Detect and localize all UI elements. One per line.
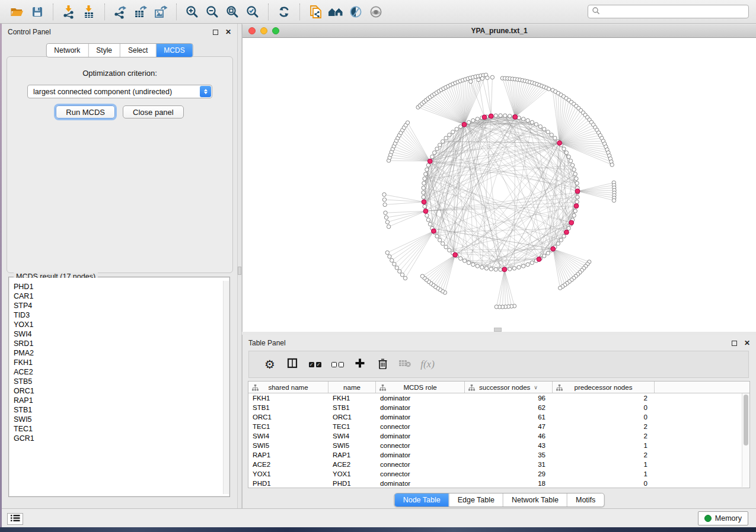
cell-predecessor-nodes[interactable]: 0	[553, 414, 655, 421]
zoom-selected-button[interactable]	[243, 2, 263, 21]
column-header-successor-nodes[interactable]: successor nodes∨	[465, 382, 553, 393]
mcds-result-item[interactable]: STB5	[9, 377, 229, 386]
cell-shared-name[interactable]: PHD1	[248, 480, 328, 487]
network-titlebar[interactable]: YPA_prune.txt_1	[243, 24, 756, 38]
add-column-button[interactable]	[349, 354, 371, 374]
mcds-result-list[interactable]: PHD1CAR1STP4TID3YOX1SWI4SRD1PMA2FKH1ACE2…	[9, 278, 229, 496]
export-image-button[interactable]	[151, 2, 171, 21]
save-session-button[interactable]	[27, 2, 47, 21]
cell-mcds-role[interactable]: connector	[376, 470, 465, 477]
mcds-result-item[interactable]: CAR1	[9, 291, 229, 301]
delete-column-button[interactable]	[371, 354, 394, 374]
cell-mcds-role[interactable]: dominator	[376, 395, 465, 402]
mcds-result-item[interactable]: GCR1	[9, 434, 229, 443]
cell-predecessor-nodes[interactable]: 0	[553, 480, 655, 487]
cell-predecessor-nodes[interactable]: 2	[553, 423, 655, 430]
deselect-all-button[interactable]	[326, 354, 349, 374]
mcds-result-item[interactable]: PMA2	[9, 348, 229, 358]
split-columns-button[interactable]	[281, 354, 304, 374]
cell-successor-nodes[interactable]: 47	[465, 423, 553, 430]
criterion-dropdown[interactable]: largest connected component (undirected)	[27, 85, 212, 98]
delete-table-button[interactable]	[394, 354, 416, 374]
cell-shared-name[interactable]: RAP1	[248, 451, 328, 459]
close-window-icon[interactable]	[248, 27, 256, 34]
import-table-button[interactable]	[79, 2, 99, 21]
tab-motifs[interactable]: Motifs	[567, 493, 604, 507]
table-row[interactable]: ACE2ACE2connector311	[248, 460, 749, 469]
zoom-out-button[interactable]	[202, 2, 222, 21]
cell-mcds-role[interactable]: dominator	[376, 414, 465, 421]
cell-name[interactable]: FKH1	[328, 395, 376, 402]
cell-name[interactable]: ACE2	[328, 461, 376, 468]
minimize-window-icon[interactable]	[260, 27, 267, 34]
cell-name[interactable]: SWI4	[328, 432, 376, 440]
cell-mcds-role[interactable]: connector	[376, 461, 465, 468]
cell-predecessor-nodes[interactable]: 2	[553, 451, 655, 459]
cell-shared-name[interactable]: STB1	[248, 404, 328, 411]
cell-shared-name[interactable]: TEC1	[248, 423, 328, 430]
first-neighbors-button[interactable]	[326, 2, 346, 21]
mcds-result-item[interactable]: FKH1	[9, 358, 229, 367]
cell-predecessor-nodes[interactable]: 0	[553, 404, 655, 411]
float-table-panel-icon[interactable]	[732, 341, 737, 346]
hide-selected-button[interactable]	[346, 2, 366, 21]
export-table-button[interactable]	[130, 2, 151, 21]
network-graph[interactable]	[243, 38, 755, 332]
cell-mcds-role[interactable]: connector	[376, 442, 465, 449]
table-row[interactable]: ORC1ORC1dominator610	[248, 412, 749, 422]
cell-mcds-role[interactable]: dominator	[376, 404, 465, 411]
float-panel-icon[interactable]	[213, 30, 218, 35]
horizontal-splitter-grip[interactable]	[494, 328, 502, 332]
cell-successor-nodes[interactable]: 61	[465, 414, 553, 421]
cell-name[interactable]: YOX1	[328, 470, 376, 477]
column-header-name[interactable]: name	[328, 382, 376, 393]
cell-successor-nodes[interactable]: 62	[465, 404, 553, 411]
mcds-result-item[interactable]: SWI4	[9, 329, 229, 339]
cell-name[interactable]: PHD1	[328, 480, 376, 487]
column-header-shared-name[interactable]: shared name	[248, 382, 328, 393]
table-scrollbar[interactable]	[742, 393, 749, 487]
tab-select[interactable]: Select	[120, 44, 155, 57]
cell-shared-name[interactable]: ACE2	[248, 461, 328, 468]
tab-mcds[interactable]: MCDS	[155, 44, 192, 57]
tab-node-table[interactable]: Node Table	[395, 493, 449, 507]
cell-name[interactable]: SWI5	[328, 442, 376, 449]
cell-shared-name[interactable]: YOX1	[248, 470, 328, 477]
mcds-result-item[interactable]: ORC1	[9, 386, 229, 396]
mcds-result-item[interactable]: ACE2	[9, 367, 229, 377]
tab-style[interactable]: Style	[88, 44, 120, 57]
close-panel-button[interactable]: Close panel	[123, 105, 184, 118]
cell-predecessor-nodes[interactable]: 2	[553, 432, 655, 440]
close-panel-icon[interactable]: ✕	[225, 30, 231, 35]
mcds-result-item[interactable]: PHD1	[9, 282, 229, 291]
mcds-result-item[interactable]: TEC1	[9, 424, 229, 434]
scrollbar-thumb[interactable]	[744, 395, 748, 446]
mcds-result-item[interactable]: RAP1	[9, 396, 229, 405]
cell-successor-nodes[interactable]: 35	[465, 451, 553, 459]
select-all-button[interactable]: ✓✓	[304, 354, 326, 374]
table-row[interactable]: YOX1YOX1connector291	[248, 469, 749, 479]
memory-button[interactable]: Memory	[698, 511, 748, 525]
mcds-result-item[interactable]: TID3	[9, 310, 229, 320]
export-document-button[interactable]	[305, 2, 326, 21]
tab-network-table[interactable]: Network Table	[503, 493, 567, 507]
cell-name[interactable]: STB1	[328, 404, 376, 411]
table-row[interactable]: FKH1FKH1dominator962	[248, 393, 749, 403]
table-row[interactable]: TEC1TEC1connector472	[248, 422, 749, 431]
cell-successor-nodes[interactable]: 18	[465, 480, 553, 487]
mcds-result-item[interactable]: SWI5	[9, 415, 229, 424]
mcds-result-item[interactable]: STB1	[9, 405, 229, 415]
cell-mcds-role[interactable]: connector	[376, 423, 465, 430]
cell-name[interactable]: ORC1	[328, 414, 376, 421]
tab-network[interactable]: Network	[46, 44, 88, 57]
cell-successor-nodes[interactable]: 96	[465, 395, 553, 402]
cell-shared-name[interactable]: FKH1	[248, 395, 328, 402]
mcds-result-item[interactable]: YOX1	[9, 320, 229, 329]
cell-predecessor-nodes[interactable]: 2	[553, 395, 655, 402]
cell-predecessor-nodes[interactable]: 1	[553, 442, 655, 449]
search-field[interactable]	[588, 5, 749, 18]
cell-mcds-role[interactable]: dominator	[376, 432, 465, 440]
cell-predecessor-nodes[interactable]: 1	[553, 461, 655, 468]
vertical-splitter[interactable]	[237, 24, 242, 508]
table-row[interactable]: STB1STB1dominator620	[248, 403, 749, 412]
